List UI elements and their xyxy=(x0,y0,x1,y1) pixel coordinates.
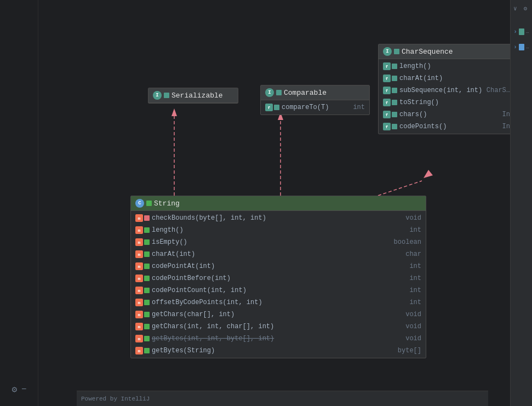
vis-icon xyxy=(392,76,397,81)
lock-icon xyxy=(164,93,169,98)
vis-public-icon xyxy=(144,264,150,269)
method-icon: m xyxy=(135,238,143,246)
method-length[interactable]: f length() xyxy=(379,60,510,72)
field-icon: f xyxy=(383,75,391,82)
method-return: void xyxy=(405,311,421,318)
method-name: toString() xyxy=(399,99,510,106)
method-checkbounds[interactable]: m checkBounds(byte[], int, int) void xyxy=(131,212,426,224)
chevron-down-icon[interactable]: ∨ xyxy=(511,2,520,14)
method-icon: m xyxy=(135,299,143,306)
field-icon: f xyxy=(383,87,391,94)
vis-icon xyxy=(392,124,397,129)
vis-icon xyxy=(274,105,279,110)
expand-panel-btn-2[interactable]: › … xyxy=(512,41,531,54)
method-codepointbefore[interactable]: m codePointBefore(int) int xyxy=(131,272,426,284)
method-length[interactable]: m length() int xyxy=(131,224,426,236)
method-name: length() xyxy=(399,62,510,70)
vis-icon xyxy=(392,100,397,105)
field-icon: f xyxy=(383,123,391,130)
method-return: int xyxy=(409,226,421,234)
method-icon: m xyxy=(135,275,143,282)
charsequence-title: CharSequence xyxy=(402,48,453,56)
method-return: char xyxy=(405,250,421,258)
method-name: getChars(char[], int) xyxy=(152,311,403,318)
charsequence-body: f length() f charAt(int) f subSequence(i… xyxy=(379,59,510,134)
vis-icon xyxy=(146,201,152,206)
comparable-class-box: I Comparable f compareTo(T) int xyxy=(260,85,370,115)
svg-marker-1 xyxy=(171,108,177,116)
method-name: getBytes(int, int, byte[], int) xyxy=(152,335,403,342)
method-icon: m xyxy=(135,347,143,354)
method-name: offsetByCodePoints(int, int) xyxy=(152,299,407,306)
vis-private-icon xyxy=(144,215,150,221)
lock-icon xyxy=(394,49,399,54)
method-name: charAt(int) xyxy=(399,75,510,82)
method-name: charAt(int) xyxy=(152,250,403,258)
interface-icon: I xyxy=(383,47,392,56)
vis-public-icon xyxy=(144,239,150,245)
method-name: length() xyxy=(152,226,407,234)
vis-icon xyxy=(392,64,397,69)
method-return: In xyxy=(502,111,510,118)
method-icon: m xyxy=(135,335,143,342)
method-charat[interactable]: m charAt(int) char xyxy=(131,248,426,260)
method-icon: m xyxy=(135,226,143,234)
bottom-bar: Powered by IntelliJ xyxy=(77,391,488,406)
method-icon: m xyxy=(135,214,143,222)
lock-icon xyxy=(276,90,282,95)
method-codepoints[interactable]: f codePoints() In xyxy=(379,121,510,133)
method-return: int xyxy=(409,287,421,294)
serializable-title: Serializable xyxy=(171,92,223,100)
gear-icon[interactable]: ⚙ xyxy=(12,384,17,395)
interface-icon: I xyxy=(265,88,274,97)
method-icon: m xyxy=(135,287,143,294)
method-return: byte[] xyxy=(398,347,421,354)
method-name: isEmpty() xyxy=(152,238,392,246)
method-name: compareTo(T) xyxy=(282,104,351,111)
method-name: codePoints() xyxy=(399,123,500,130)
method-name: getBytes(String) xyxy=(152,347,396,354)
method-getbytes1[interactable]: m getBytes(int, int, byte[], int) void xyxy=(131,333,426,345)
minus-icon[interactable]: − xyxy=(21,385,27,394)
bottom-text: Powered by IntelliJ xyxy=(81,396,150,402)
field-icon: f xyxy=(265,104,273,111)
vis-icon xyxy=(392,88,397,93)
field-icon: f xyxy=(383,62,391,70)
method-isempty[interactable]: m isEmpty() boolean xyxy=(131,236,426,248)
method-return: boolean xyxy=(394,238,421,246)
svg-marker-5 xyxy=(424,170,433,178)
method-compareto[interactable]: f compareTo(T) int xyxy=(261,101,369,113)
right-sidebar: ∨ ⚙ › … › … xyxy=(510,0,532,406)
expand-panel-btn-1[interactable]: › … xyxy=(512,25,531,38)
vis-icon xyxy=(392,112,397,117)
right-sidebar-top: ∨ ⚙ xyxy=(511,0,532,14)
string-title: String xyxy=(154,199,180,208)
settings-icon[interactable]: ⚙ xyxy=(521,2,530,14)
method-codepointcount[interactable]: m codePointCount(int, int) int xyxy=(131,284,426,296)
vis-public-icon xyxy=(144,348,150,353)
method-charat[interactable]: f charAt(int) xyxy=(379,72,510,84)
method-subsequence[interactable]: f subSequence(int, int) CharS… xyxy=(379,84,510,96)
method-chars[interactable]: f chars() In xyxy=(379,108,510,121)
method-return: void xyxy=(405,335,421,342)
field-icon: f xyxy=(383,99,391,106)
method-icon: m xyxy=(135,250,143,258)
method-codepointat[interactable]: m codePointAt(int) int xyxy=(131,260,426,272)
method-return: int xyxy=(409,275,421,282)
vis-public-icon xyxy=(144,251,150,257)
method-tostring[interactable]: f toString() xyxy=(379,96,510,108)
vis-public-icon xyxy=(144,276,150,281)
method-offsetbycp[interactable]: m offsetByCodePoints(int, int) int xyxy=(131,296,426,308)
charsequence-header: I CharSequence xyxy=(379,44,510,59)
vis-public-icon xyxy=(144,336,150,341)
vis-public-icon xyxy=(144,312,150,317)
method-return: CharS… xyxy=(487,87,510,94)
vis-public-icon xyxy=(144,227,150,233)
method-return: int xyxy=(409,262,421,270)
method-getbytes2[interactable]: m getBytes(String) byte[] xyxy=(131,345,426,357)
method-getchars2[interactable]: m getChars(int, int, char[], int) void xyxy=(131,321,426,333)
class-icon: C xyxy=(135,199,144,208)
vis-public-icon xyxy=(144,300,150,305)
comparable-header: I Comparable xyxy=(261,85,369,100)
method-getchars1[interactable]: m getChars(char[], int) void xyxy=(131,308,426,321)
